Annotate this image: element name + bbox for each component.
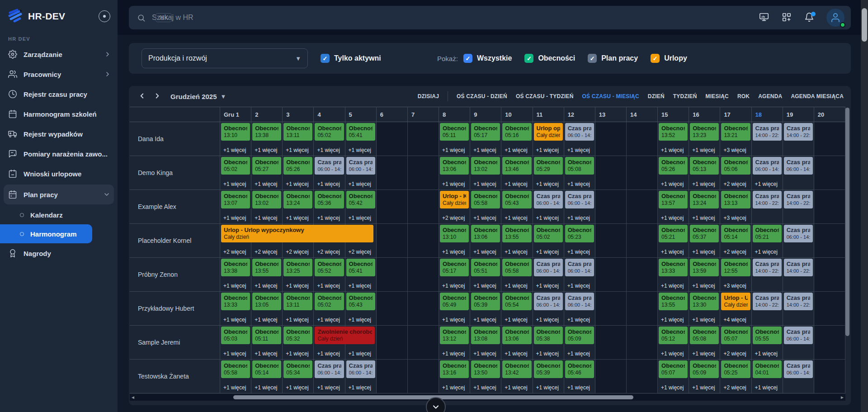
vertical-scrollbar[interactable] [845, 107, 850, 398]
more-events-link[interactable]: +1 więcej [317, 317, 340, 323]
more-events-link[interactable]: +1 więcej [255, 350, 277, 357]
more-events-link[interactable]: +1 więcej [536, 350, 559, 357]
work-plan-event[interactable]: Czas pra...06:00 - 14:... [565, 293, 594, 310]
sidebar-item-nagrody[interactable]: Nagrody [0, 243, 118, 263]
presence-event[interactable]: Obecność05:02 [221, 157, 250, 175]
presence-event[interactable]: Obecność05:52 [315, 259, 344, 276]
horizontal-scroll-track[interactable] [136, 394, 839, 401]
presence-event[interactable]: Obecność13:21 [721, 123, 750, 141]
more-events-link[interactable]: +1 więcej [223, 350, 246, 357]
more-events-link[interactable]: +1 więcej [286, 147, 308, 153]
more-events-link[interactable]: +1 więcej [661, 350, 684, 357]
more-events-link[interactable]: +3 więcej [723, 283, 746, 289]
presence-event[interactable]: Obecność05:37 [690, 225, 719, 242]
sidebar-item-rejestr-czasu-pracy[interactable]: Rejestr czasu pracy [0, 84, 118, 104]
more-events-link[interactable]: +1 więcej [473, 384, 496, 391]
presence-event[interactable]: Obecność13:13 [721, 191, 750, 208]
presence-event[interactable]: Obecność05:13 [690, 157, 719, 175]
more-events-link[interactable]: +1 więcej [661, 215, 684, 221]
more-events-link[interactable]: +1 więcej [692, 147, 715, 153]
more-events-link[interactable]: +1 więcej [536, 283, 559, 289]
sidebar-subitem-harmonogram[interactable]: Harmonogram [0, 224, 92, 243]
presence-event[interactable]: Obecność13:52 [659, 123, 688, 141]
more-events-link[interactable]: +1 więcej [473, 283, 496, 289]
more-events-link[interactable]: +1 więcej [442, 317, 465, 323]
presence-event[interactable]: Obecność05:43 [346, 293, 375, 310]
presence-event[interactable]: Obecność05:09 [690, 360, 719, 378]
more-events-link[interactable]: +1 więcej [442, 147, 465, 153]
prev-month-button[interactable] [136, 90, 148, 102]
more-events-link[interactable]: +1 więcej [317, 215, 340, 221]
presence-event[interactable]: Obecność05:11 [252, 327, 281, 344]
presence-event[interactable]: Obecność05:49 [440, 293, 469, 310]
more-events-link[interactable]: +1 więcej [349, 215, 371, 221]
view-tab-dzień[interactable]: DZIEŃ [648, 93, 665, 99]
more-events-link[interactable]: +3 więcej [723, 147, 746, 153]
presence-event[interactable]: Obecność05:41 [346, 123, 375, 141]
presence-event[interactable]: Obecność05:25 [721, 360, 750, 378]
more-events-link[interactable]: +1 więcej [661, 249, 684, 255]
work-plan-event[interactable]: Czas pra...06:00 - 14:... [315, 360, 344, 378]
presence-event[interactable]: Obecność13:33 [221, 293, 250, 310]
more-events-link[interactable]: +1 więcej [536, 384, 559, 391]
more-events-link[interactable]: +1 więcej [223, 215, 246, 221]
more-events-link[interactable]: +1 więcej [473, 249, 496, 255]
work-plan-event[interactable]: Czas pra...06:00 - 14:... [753, 157, 782, 175]
presence-event[interactable]: Obecność05:02 [315, 293, 344, 310]
more-events-link[interactable]: +2 więcej [723, 384, 746, 391]
presence-event[interactable]: Obecność05:43 [502, 191, 531, 208]
vacation-event[interactable]: Urlop op...Cały dzień [534, 123, 563, 141]
filter-toggle-urlopy[interactable]: ✓Urlopy [651, 54, 687, 63]
work-plan-event[interactable]: Czas pra...06:00 - 14:... [565, 123, 594, 141]
more-events-link[interactable]: +1 więcej [317, 350, 340, 357]
presence-event[interactable]: Obecność05:08 [690, 327, 719, 344]
presence-event[interactable]: Obecność13:10 [221, 123, 250, 141]
view-tab-dzisiaj[interactable]: DZISIAJ [418, 93, 439, 99]
vacation-event[interactable]: Urlop - U...Cały dzień [721, 293, 750, 310]
work-plan-event[interactable]: Czas pra...14:00 - 22:... [784, 293, 813, 310]
presence-event[interactable]: Obecność13:07 [221, 191, 250, 208]
presence-event[interactable]: Obecność05:07 [721, 327, 750, 344]
presence-event[interactable]: Obecność12:55 [721, 259, 750, 276]
more-events-link[interactable]: +1 więcej [255, 384, 277, 391]
more-events-link[interactable]: +1 więcej [286, 181, 308, 187]
sidebar-item-zarz-dzanie[interactable]: Zarządzanie [0, 44, 118, 64]
presence-event[interactable]: Obecność05:16 [502, 123, 531, 141]
presence-event[interactable]: Obecność05:39 [534, 360, 563, 378]
more-events-link[interactable]: +1 więcej [255, 317, 277, 323]
view-tab-oś-czasu-miesiąc[interactable]: OŚ CZASU - MIESIĄC [582, 93, 639, 99]
more-events-link[interactable]: +1 więcej [567, 181, 590, 187]
more-events-link[interactable]: +1 więcej [692, 283, 715, 289]
scroll-left-arrow[interactable]: ◄ [130, 395, 136, 400]
sidebar-item-harmonogram-szkole[interactable]: Harmonogram szkoleń [0, 104, 118, 124]
presence-event[interactable]: Obecność05:21 [659, 225, 688, 242]
more-events-link[interactable]: +2 więcej [317, 249, 340, 255]
more-events-link[interactable]: +1 więcej [255, 215, 277, 221]
sick-leave-event[interactable]: Zwolnienie chorobo...Cały dzień [315, 327, 374, 344]
sidebar-item-wnioski-urlopowe[interactable]: Wnioski urlopowe [0, 164, 118, 184]
presence-event[interactable]: Obecność05:34 [283, 360, 312, 378]
more-events-link[interactable]: +1 więcej [255, 283, 277, 289]
work-plan-event[interactable]: Czas pra...14:00 - 22:... [784, 191, 813, 208]
presence-event[interactable]: Obecność05:32 [283, 327, 312, 344]
more-events-link[interactable]: +1 więcej [692, 215, 715, 221]
more-events-link[interactable]: +3 więcej [723, 215, 746, 221]
presence-event[interactable]: Obecność04:01 [753, 360, 782, 378]
department-select[interactable]: Produkcja i rozwój ▼ [142, 48, 308, 68]
more-events-link[interactable]: +1 więcej [286, 384, 308, 391]
more-events-link[interactable]: +1 więcej [661, 283, 684, 289]
more-events-link[interactable]: +1 więcej [349, 147, 371, 153]
bell-icon[interactable] [804, 12, 815, 23]
presence-event[interactable]: Obecność13:08 [471, 327, 500, 344]
sidebar-item-pracownicy[interactable]: Pracownicy [0, 64, 118, 84]
work-plan-event[interactable]: Czas pra...14:00 - 22:... [753, 293, 782, 310]
more-events-link[interactable]: +1 więcej [223, 283, 246, 289]
presence-event[interactable]: Obecność13:11 [283, 293, 312, 310]
more-events-link[interactable]: +1 więcej [536, 181, 559, 187]
more-events-link[interactable]: +1 więcej [567, 215, 590, 221]
presence-event[interactable]: Obecność13:42 [502, 360, 531, 378]
work-plan-event[interactable]: Czas pra...06:00 - 14:... [534, 293, 563, 310]
more-events-link[interactable]: +1 więcej [567, 147, 590, 153]
work-plan-event[interactable]: Czas pra...06:00 - 14:... [784, 327, 813, 344]
more-events-link[interactable]: +2 więcej [723, 249, 746, 255]
